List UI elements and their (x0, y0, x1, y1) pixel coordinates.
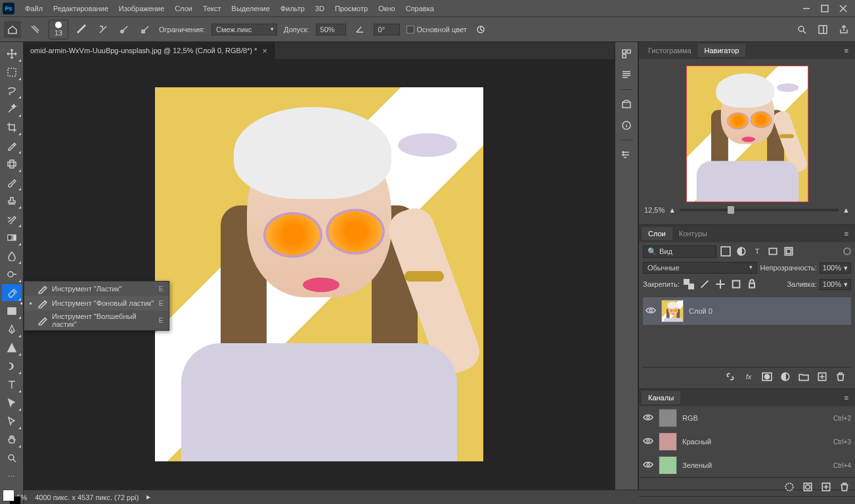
close-button[interactable] (834, 2, 852, 15)
adjustment-icon[interactable] (779, 370, 792, 383)
edit-toolbar[interactable]: ⋯ (2, 468, 22, 485)
wand-tool[interactable] (2, 100, 22, 117)
visibility-icon[interactable] (643, 412, 653, 424)
tab-layers[interactable]: Слои (642, 227, 672, 240)
menu-Справка[interactable]: Справка (401, 2, 439, 15)
marquee-tool[interactable] (2, 64, 22, 81)
fill-input[interactable]: 100%▾ (820, 279, 851, 290)
brush-settings-icon[interactable] (75, 22, 89, 37)
dock-properties-icon[interactable] (617, 146, 636, 164)
blend-mode-select[interactable]: Обычные (643, 262, 757, 274)
move-tool[interactable] (2, 45, 22, 62)
color-swatches[interactable] (3, 490, 21, 504)
document-tab[interactable]: omid-armin-WxVm-UuuBpg-unsplash.jpg @ 12… (24, 42, 274, 59)
filter-smart-icon[interactable] (782, 245, 795, 258)
limits-select[interactable]: Смеж.пикс (211, 24, 277, 35)
history-brush-tool[interactable] (2, 211, 22, 228)
channel-row[interactable]: ЗеленыйCtrl+4 (639, 453, 855, 477)
home-button[interactable] (4, 21, 21, 38)
new-layer-icon[interactable] (816, 370, 829, 383)
group-icon[interactable] (797, 370, 810, 383)
minimize-button[interactable] (797, 2, 816, 15)
sample-mode-2[interactable] (117, 22, 131, 37)
layers-menu-icon[interactable]: ≡ (841, 230, 852, 238)
rectangle-tool[interactable] (2, 303, 22, 320)
zoom-tool[interactable] (2, 450, 22, 467)
layer-row[interactable]: Слой 0 (643, 297, 851, 325)
eyedropper-tool[interactable] (2, 137, 22, 154)
tool-preset[interactable] (28, 22, 42, 37)
filter-pixel-icon[interactable] (719, 245, 732, 258)
menu-Окно[interactable]: Окно (373, 2, 401, 15)
angle-icon[interactable] (353, 22, 367, 37)
brush-tool[interactable] (2, 174, 22, 191)
filter-shape-icon[interactable] (766, 245, 779, 258)
menu-Изображение[interactable]: Изображение (114, 2, 169, 15)
layer-filter-kind[interactable]: 🔍Вид (643, 245, 716, 258)
zoom-in-icon[interactable]: ▲ (843, 206, 850, 214)
visibility-icon[interactable] (646, 305, 656, 317)
crop-tool[interactable] (2, 119, 22, 136)
search-icon[interactable] (795, 22, 809, 37)
navigator-menu-icon[interactable]: ≡ (841, 47, 852, 54)
menu-Фильтр[interactable]: Фильтр (275, 2, 310, 15)
tab-histogram[interactable]: Гистограмма (642, 44, 698, 57)
delete-icon[interactable] (834, 370, 847, 383)
path-select-tool[interactable] (2, 394, 22, 411)
workspace-icon[interactable] (816, 22, 830, 37)
channel-row[interactable]: RGBCtrl+2 (639, 406, 855, 430)
delete-channel-icon[interactable] (838, 480, 851, 494)
filter-type-icon[interactable]: T (751, 245, 764, 258)
link-layers-icon[interactable] (724, 370, 737, 383)
tab-navigator[interactable]: Навигатор (698, 44, 746, 57)
blur-tool[interactable] (2, 247, 22, 264)
lock-position-icon[interactable] (714, 278, 727, 291)
visibility-icon[interactable] (643, 436, 653, 448)
lock-transparency-icon[interactable] (682, 278, 695, 291)
tolerance-input[interactable]: 50% (316, 24, 346, 35)
visibility-icon[interactable] (643, 459, 653, 471)
lock-all-icon[interactable] (745, 278, 758, 291)
healing-tool[interactable] (2, 156, 22, 173)
type-tool[interactable] (2, 376, 22, 393)
layer-thumb[interactable] (661, 300, 684, 322)
filter-adjust-icon[interactable] (735, 245, 748, 258)
canvas-viewport[interactable] (24, 59, 615, 490)
pressure-icon[interactable] (473, 22, 488, 37)
angle-input[interactable]: 0° (374, 24, 400, 35)
menu-Редактирование[interactable]: Редактирование (48, 2, 114, 15)
sample-mode-3[interactable] (138, 22, 152, 37)
fx-icon[interactable]: fx (742, 370, 755, 383)
custom-shape-tool[interactable] (2, 358, 22, 375)
selection-to-channel-icon[interactable] (801, 480, 814, 494)
menu-3D[interactable]: 3D (310, 2, 330, 15)
mask-icon[interactable] (760, 370, 774, 383)
zoom-slider[interactable] (680, 209, 839, 211)
lock-artboard-icon[interactable] (730, 278, 743, 291)
flyout-item[interactable]: ■Инструмент "Фоновый ластик"E (24, 296, 169, 310)
maximize-button[interactable] (816, 2, 834, 15)
dock-swatches-icon[interactable] (617, 66, 636, 84)
menu-Файл[interactable]: Файл (20, 2, 48, 15)
flyout-item[interactable]: Инструмент "Ластик"E (24, 282, 169, 296)
tab-channels[interactable]: Каналы (642, 391, 680, 404)
hand-tool[interactable] (2, 431, 22, 448)
opacity-input[interactable]: 100%▾ (820, 262, 851, 274)
filter-toggle[interactable] (843, 247, 851, 255)
menu-Текст[interactable]: Текст (198, 2, 227, 15)
zoom-out-icon[interactable]: ▲ (669, 206, 676, 214)
triangle-tool[interactable] (2, 339, 22, 356)
dock-color-icon[interactable] (617, 45, 636, 63)
lasso-tool[interactable] (2, 82, 22, 99)
layer-name[interactable]: Слой 0 (689, 307, 712, 315)
channel-row[interactable]: КрасныйCtrl+3 (639, 430, 855, 453)
dock-info-icon[interactable] (617, 116, 636, 135)
menu-Просмотр[interactable]: Просмотр (330, 2, 373, 15)
dodge-tool[interactable] (2, 266, 22, 283)
navigator-thumb[interactable] (686, 66, 808, 202)
eraser-tool[interactable] (2, 284, 22, 301)
gradient-tool[interactable] (2, 229, 22, 246)
new-channel-icon[interactable] (820, 480, 833, 494)
menu-Слои[interactable]: Слои (169, 2, 198, 15)
tab-paths[interactable]: Контуры (672, 227, 714, 240)
